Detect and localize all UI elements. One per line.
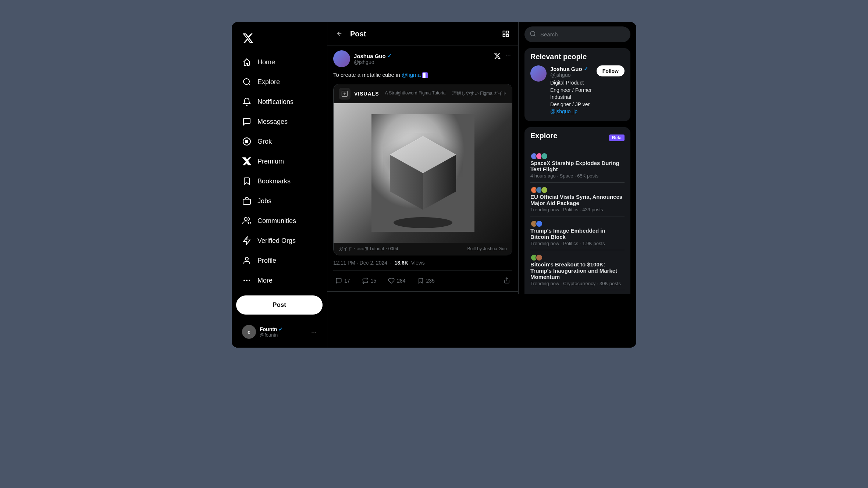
author-name: Joshua Guo	[354, 53, 386, 59]
tweet-avatar	[333, 50, 350, 67]
bookmark-button[interactable]: 235	[415, 275, 437, 286]
x-logo[interactable]	[236, 28, 323, 50]
sidebar-item-verified-orgs[interactable]: Verified Orgs	[236, 232, 323, 250]
sidebar-item-grok[interactable]: Grok	[236, 132, 323, 151]
verified-badge: ✓	[387, 53, 392, 59]
svg-point-0	[243, 79, 249, 85]
sidebar-item-more-label: More	[257, 277, 273, 284]
replies-count: 17	[344, 278, 350, 284]
bottom-profile-handle: @fountn	[260, 332, 283, 338]
sidebar-item-jobs-label: Jobs	[257, 197, 271, 205]
post-title: Post	[350, 30, 366, 38]
right-sidebar: Relevant people Joshua Guo ✓ @jshguo Dig…	[519, 22, 636, 294]
sidebar-item-jobs[interactable]: Jobs	[236, 192, 323, 210]
search-input[interactable]	[524, 26, 630, 42]
sidebar: Home Explore Notifications Messages	[232, 22, 327, 348]
person-handle: @jshguo	[550, 72, 593, 78]
messages-icon	[242, 117, 252, 126]
avatar: c	[242, 325, 256, 339]
search-box	[524, 26, 630, 42]
main-content: Post Joshua Guo ✓ @jshguo	[327, 22, 519, 294]
sidebar-item-explore[interactable]: Explore	[236, 73, 323, 91]
tweet-views-count: 18.6K	[395, 260, 408, 266]
profile-icon	[242, 256, 252, 265]
sidebar-item-premium[interactable]: Premium	[236, 152, 323, 171]
tweet-container: Joshua Guo ✓ @jshguo ··· To create a met…	[327, 46, 518, 292]
explore-title: Explore	[530, 132, 557, 140]
card-subtitle-right: 理解しやすい Figma ガイド	[452, 90, 507, 97]
trend-item-2[interactable]: EU Official Visits Syria, Announces Majo…	[530, 183, 625, 216]
trend-item-3[interactable]: Trump's Image Embedded in Bitcoin Block …	[530, 216, 625, 250]
post-button[interactable]: Post	[236, 295, 323, 315]
card-image	[334, 103, 512, 243]
bottom-post-preview: F Fountn ✓ ···	[327, 292, 518, 294]
sidebar-item-grok-label: Grok	[257, 138, 272, 146]
sidebar-item-messages[interactable]: Messages	[236, 112, 323, 131]
sidebar-item-communities[interactable]: Communities	[236, 212, 323, 230]
svg-point-18	[530, 31, 535, 36]
mention-figma[interactable]: @figma	[402, 72, 421, 78]
trend-title-2: EU Official Visits Syria, Announces Majo…	[530, 194, 625, 206]
person-name: Joshua Guo	[550, 66, 582, 72]
sidebar-item-premium-label: Premium	[257, 158, 284, 165]
svg-point-3	[245, 257, 248, 260]
svg-point-12	[394, 217, 452, 228]
tweet-card[interactable]: VISUALS A Straightfoword Figma Tutorial …	[333, 84, 512, 255]
trend-avatar-mini	[536, 254, 543, 261]
tweet-views-label: Views	[411, 260, 425, 266]
layout-toggle-button[interactable]	[499, 27, 512, 40]
grok-icon	[242, 137, 252, 146]
retweet-button[interactable]: 15	[360, 275, 379, 286]
verified-orgs-icon	[242, 236, 252, 245]
trend-avatar-mini	[541, 186, 548, 194]
sidebar-item-bookmarks[interactable]: Bookmarks	[236, 172, 323, 190]
trend-avatar-mini	[541, 152, 548, 160]
jobs-icon	[242, 196, 252, 206]
person-bio-link[interactable]: @jshguo_jp	[550, 108, 577, 114]
trend-item-1[interactable]: SpaceX Starship Explodes During Test Fli…	[530, 149, 625, 183]
sidebar-item-profile-label: Profile	[257, 257, 276, 265]
sidebar-item-communities-label: Communities	[257, 217, 296, 225]
trend-title-1: SpaceX Starship Explodes During Test Fli…	[530, 160, 625, 172]
bottom-profile[interactable]: c Fountn ✓ @fountn ···	[236, 322, 323, 342]
svg-rect-9	[503, 35, 505, 37]
card-footer: ガイド・○○○⊞ Tutorial・0004 Built by Joshua G…	[334, 243, 512, 255]
relevant-person: Joshua Guo ✓ @jshguo Digital Product Eng…	[530, 65, 625, 115]
card-subtitle-left: A Straightfoword Figma Tutorial	[385, 90, 447, 97]
trend-meta-4: Trending now · Cryptocurrency · 30K post…	[530, 281, 625, 286]
trend-item-4[interactable]: Bitcoin's Breakout to $100K: Trump's Ina…	[530, 250, 625, 290]
tweet-more-button[interactable]: ···	[504, 50, 512, 61]
sidebar-item-messages-label: Messages	[257, 118, 288, 126]
sidebar-item-profile[interactable]: Profile	[236, 251, 323, 270]
trend-meta-1: 4 hours ago · Space · 65K posts	[530, 173, 625, 179]
trend-title-3: Trump's Image Embedded in Bitcoin Block	[530, 227, 625, 240]
show-more-link[interactable]: Show more	[530, 290, 625, 294]
svg-point-6	[244, 280, 245, 281]
share-button[interactable]	[501, 275, 512, 287]
search-icon	[530, 30, 536, 39]
bottom-profile-name: Fountn ✓	[260, 326, 283, 332]
explore-widget: Explore Beta SpaceX Starship Explodes Du…	[524, 127, 630, 294]
notifications-icon	[242, 97, 252, 107]
trend-avatar-mini	[536, 220, 543, 227]
person-bio: Digital Product Engineer / Former Indust…	[550, 79, 593, 115]
bottom-profile-dots: ···	[311, 328, 317, 336]
follow-button[interactable]: Follow	[597, 65, 625, 76]
sidebar-item-more[interactable]: More	[236, 271, 323, 290]
tweet-meta: 12:11 PM · Dec 2, 2024 · 18.6K Views	[333, 260, 512, 266]
sidebar-item-notifications[interactable]: Notifications	[236, 93, 323, 111]
sidebar-item-verified-orgs-label: Verified Orgs	[257, 237, 296, 245]
person-verified-badge: ✓	[584, 65, 588, 72]
tweet-author: Joshua Guo ✓ @jshguo	[333, 50, 392, 67]
trend-meta-3: Trending now · Politics · 1.9K posts	[530, 241, 625, 246]
tweet-timestamp: 12:11 PM · Dec 2, 2024	[333, 260, 387, 266]
sidebar-item-home[interactable]: Home	[236, 53, 323, 71]
like-button[interactable]: 284	[386, 275, 408, 286]
metallic-cube-svg	[371, 114, 474, 232]
person-avatar	[530, 65, 547, 82]
relevant-people-title: Relevant people	[530, 53, 625, 61]
trend-title-4: Bitcoin's Breakout to $100K: Trump's Ina…	[530, 261, 625, 280]
card-icon	[339, 88, 351, 100]
reply-button[interactable]: 17	[333, 275, 352, 286]
back-button[interactable]	[333, 28, 346, 40]
